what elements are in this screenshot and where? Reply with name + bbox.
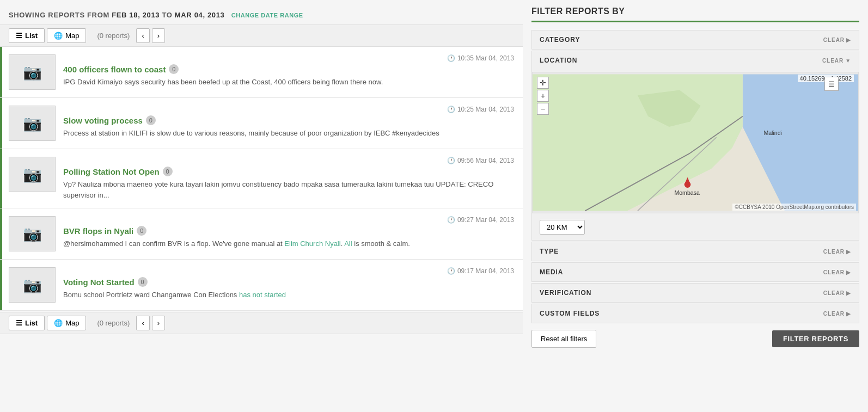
clock-icon: 🕐 xyxy=(447,216,455,224)
chevron-right-icon: ▶ xyxy=(846,290,851,296)
verification-label: VERIFICATION xyxy=(540,289,591,297)
report-content: 🕐 10:35 Mar 04, 2013 400 officers flown … xyxy=(63,54,514,88)
reports-count: (0 reports) xyxy=(93,29,134,42)
report-thumbnail: 📷 xyxy=(9,267,56,303)
location-section: LOCATION CLEAR ▼ xyxy=(531,51,859,241)
clear-label: CLEAR xyxy=(823,290,845,296)
distance-row: 20 KM 5 KM 10 KM 50 KM 100 KM xyxy=(532,217,859,240)
report-badge: 0 xyxy=(137,226,146,236)
bottom-map-button[interactable]: 🌐 Map xyxy=(47,316,86,330)
change-date-link[interactable]: CHANGE DATE RANGE xyxy=(231,12,303,19)
reports-count: (0 reports) xyxy=(93,317,134,329)
filter-actions: Reset all filters FILTER REPORTS xyxy=(531,324,859,348)
report-time: 🕐 10:35 Mar 04, 2013 xyxy=(447,54,514,62)
media-label: MEDIA xyxy=(540,268,563,276)
distance-select[interactable]: 20 KM 5 KM 10 KM 50 KM 100 KM xyxy=(540,220,585,235)
bottom-list-button[interactable]: ☰ List xyxy=(9,316,45,330)
showing-label: SHOWING REPORTS FROM xyxy=(9,11,109,19)
report-time: 🕐 10:25 Mar 04, 2013 xyxy=(447,106,514,113)
list-icon: ☰ xyxy=(16,32,22,40)
report-title-link[interactable]: Slow voting process xyxy=(63,116,143,125)
report-link[interactable]: Elim Church Nyali xyxy=(284,239,340,248)
chevron-right-icon: ▶ xyxy=(846,269,851,275)
globe-icon: 🌐 xyxy=(54,32,63,40)
report-body: Process at station in KILIFI is slow due… xyxy=(63,128,514,139)
report-item: 📷 🕐 10:25 Mar 04, 2013 Slow voting proce… xyxy=(0,98,523,149)
clock-icon: 🕐 xyxy=(447,106,455,113)
report-content: 🕐 09:17 Mar 04, 2013 Voting Not Started … xyxy=(63,267,514,300)
report-content: 🕐 09:27 Mar 04, 2013 BVR flops in Nyali … xyxy=(63,216,514,249)
map-view-button[interactable]: 🌐 Map xyxy=(47,28,86,43)
map-container[interactable]: Mombasa Malindi 40.15269, -4.42582 ©CCBY… xyxy=(532,72,859,213)
bottom-next-button[interactable]: › xyxy=(152,316,165,330)
custom-fields-clear[interactable]: CLEAR ▶ xyxy=(823,311,851,317)
showing-header: SHOWING REPORTS FROM FEB 18, 2013 TO MAR… xyxy=(0,7,523,24)
filter-reports-button[interactable]: FILTER REPORTS xyxy=(772,330,859,347)
report-link[interactable]: has not started xyxy=(239,291,286,299)
filter-header: FILTER REPORTS BY xyxy=(531,7,859,22)
camera-icon: 📷 xyxy=(23,165,42,183)
verification-section: VERIFICATION CLEAR ▶ xyxy=(531,283,859,303)
type-clear[interactable]: CLEAR ▶ xyxy=(823,249,851,255)
category-clear[interactable]: CLEAR ▶ xyxy=(823,37,851,43)
prev-page-button[interactable]: ‹ xyxy=(136,28,149,43)
clear-label: CLEAR xyxy=(822,58,843,64)
report-title-link[interactable]: BVR flops in Nyali xyxy=(63,226,133,236)
media-clear[interactable]: CLEAR ▶ xyxy=(823,269,851,275)
report-body: IPG David Kimaiyo says security has been… xyxy=(63,77,514,88)
right-panel: FILTER REPORTS BY CATEGORY CLEAR ▶ LOCAT… xyxy=(523,0,868,412)
next-page-button[interactable]: › xyxy=(152,28,165,43)
map-controls: ✛ + − xyxy=(537,77,549,115)
category-section: CATEGORY CLEAR ▶ xyxy=(531,30,859,50)
media-header[interactable]: MEDIA CLEAR ▶ xyxy=(532,263,859,281)
location-clear[interactable]: CLEAR ▼ xyxy=(822,58,851,64)
location-header[interactable]: LOCATION CLEAR ▼ xyxy=(532,51,859,70)
report-link2[interactable]: All xyxy=(344,239,352,248)
report-time: 🕐 09:56 Mar 04, 2013 xyxy=(447,157,514,164)
custom-fields-header[interactable]: CUSTOM FIELDS CLEAR ▶ xyxy=(532,304,859,323)
type-header[interactable]: TYPE CLEAR ▶ xyxy=(532,242,859,261)
verification-clear[interactable]: CLEAR ▶ xyxy=(823,290,851,296)
time-text: 10:35 Mar 04, 2013 xyxy=(457,54,514,62)
report-title-link[interactable]: Polling Station Not Open xyxy=(63,167,160,176)
list-view-button[interactable]: ☰ List xyxy=(9,28,45,43)
map-pan-button[interactable]: ✛ xyxy=(537,77,549,89)
report-title-link[interactable]: Voting Not Started xyxy=(63,278,135,287)
map-layers-button[interactable]: ☰ xyxy=(824,77,839,91)
reset-filters-button[interactable]: Reset all filters xyxy=(531,330,596,348)
globe-icon: 🌐 xyxy=(54,319,63,327)
report-badge: 0 xyxy=(138,277,148,287)
verification-header[interactable]: VERIFICATION CLEAR ▶ xyxy=(532,284,859,302)
clock-icon: 🕐 xyxy=(447,157,455,164)
camera-icon: 📷 xyxy=(23,114,42,132)
date-from: FEB 18, 2013 xyxy=(112,11,160,19)
custom-fields-label: CUSTOM FIELDS xyxy=(540,310,600,317)
date-to: MAR 04, 2013 xyxy=(175,11,225,19)
report-badge: 0 xyxy=(169,64,179,74)
svg-text:Mombasa: Mombasa xyxy=(674,189,700,196)
layers-icon: ☰ xyxy=(828,80,835,88)
map-label: Map xyxy=(65,32,79,40)
report-body: Bomu school Portrietz ward Changamwe Con… xyxy=(63,290,514,300)
report-title-link[interactable]: 400 officers flown to coast xyxy=(63,65,166,74)
report-badge: 0 xyxy=(146,115,156,125)
report-item: 📷 🕐 09:17 Mar 04, 2013 Voting Not Starte… xyxy=(0,260,523,311)
bottom-prev-button[interactable]: ‹ xyxy=(136,316,149,330)
time-text: 09:27 Mar 04, 2013 xyxy=(457,216,514,224)
report-thumbnail: 📷 xyxy=(9,106,56,141)
clock-icon: 🕐 xyxy=(447,267,455,275)
category-header[interactable]: CATEGORY CLEAR ▶ xyxy=(532,30,859,49)
chevron-right-icon: ▶ xyxy=(846,311,851,317)
camera-icon: 📷 xyxy=(23,225,42,243)
report-item: 📷 🕐 10:35 Mar 04, 2013 400 officers flow… xyxy=(0,47,523,98)
toolbar: ☰ List 🌐 Map (0 reports) ‹ › xyxy=(0,24,523,47)
category-label: CATEGORY xyxy=(540,36,580,44)
map-zoom-in-button[interactable]: + xyxy=(537,90,549,102)
chevron-right-icon: ▶ xyxy=(846,37,851,43)
report-body: @hersimohammed I can confirm BVR is a fl… xyxy=(63,238,514,249)
clock-icon: 🕐 xyxy=(447,54,455,62)
media-section: MEDIA CLEAR ▶ xyxy=(531,262,859,282)
to-label: TO xyxy=(162,11,172,19)
map-zoom-out-button[interactable]: − xyxy=(537,103,549,115)
report-item: 📷 🕐 09:27 Mar 04, 2013 BVR flops in Nyal… xyxy=(0,208,523,260)
